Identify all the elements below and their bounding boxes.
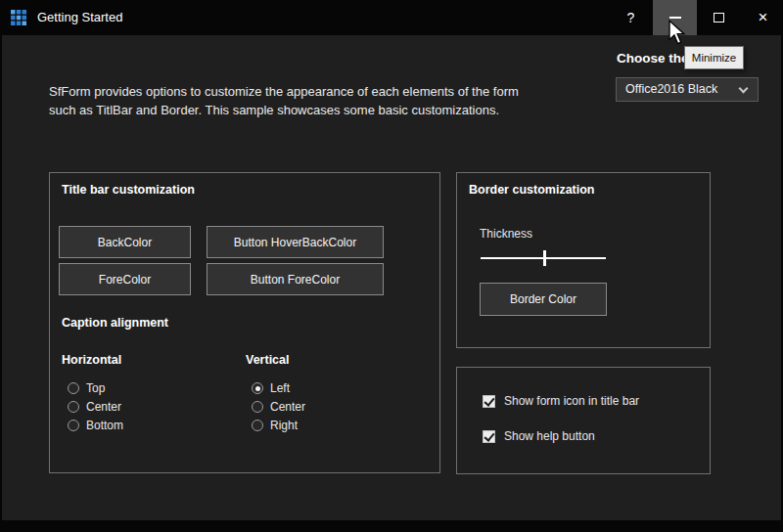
button-forecolor-button[interactable]: Button ForeColor	[207, 263, 384, 295]
theme-dropdown[interactable]: Office2016 Black	[616, 77, 759, 102]
radio-horizontal-center[interactable]: Center	[68, 400, 121, 414]
minimize-tooltip: Minimize	[684, 46, 744, 69]
forecolor-button[interactable]: ForeColor	[59, 263, 191, 295]
app-window: Getting Started ? × Choose theme Office2…	[0, 0, 783, 532]
minimize-icon	[669, 17, 681, 19]
caption-alignment-label: Caption alignment	[62, 316, 168, 330]
thickness-slider[interactable]	[481, 249, 606, 267]
close-icon: ×	[759, 8, 768, 27]
window-title: Getting Started	[37, 0, 122, 35]
radio-selected-icon	[252, 382, 263, 394]
backcolor-button[interactable]: BackColor	[59, 226, 191, 258]
radio-icon	[68, 420, 79, 431]
radio-icon	[68, 401, 79, 413]
show-form-icon-checkbox[interactable]: Show form icon in title bar	[483, 394, 639, 408]
title-bar[interactable]: Getting Started ? ×	[2, 0, 781, 35]
maximize-button[interactable]	[697, 0, 741, 35]
description-line-1: SfForm provides options to customize the…	[49, 82, 519, 101]
titlebar-customization-group: Title bar customization BackColor Button…	[49, 172, 440, 473]
description-text: SfForm provides options to customize the…	[49, 82, 519, 119]
checkbox-checked-icon	[483, 430, 495, 443]
horizontal-label: Horizontal	[62, 353, 121, 367]
slider-thumb[interactable]	[543, 250, 546, 266]
mouse-cursor-icon	[668, 20, 686, 50]
radio-icon	[252, 420, 263, 431]
group-title: Border customization	[469, 183, 595, 197]
radio-horizontal-bottom[interactable]: Bottom	[68, 419, 123, 432]
radio-vertical-right[interactable]: Right	[252, 419, 298, 432]
chevron-down-icon	[739, 84, 749, 94]
theme-selected-value: Office2016 Black	[625, 82, 717, 96]
thickness-label: Thickness	[480, 227, 532, 241]
description-line-2: such as TitlBar and Border. This sample …	[49, 101, 519, 119]
radio-icon	[68, 382, 79, 394]
radio-horizontal-top[interactable]: Top	[68, 381, 105, 395]
radio-vertical-left[interactable]: Left	[252, 381, 290, 395]
app-icon	[11, 10, 26, 25]
vertical-label: Vertical	[246, 353, 289, 367]
show-help-button-checkbox[interactable]: Show help button	[483, 429, 595, 443]
checkbox-checked-icon	[483, 395, 495, 408]
close-button[interactable]: ×	[741, 0, 783, 35]
button-hoverbackcolor-button[interactable]: Button HoverBackColor	[207, 226, 384, 258]
maximize-icon	[714, 13, 724, 22]
options-group: Show form icon in title bar Show help bu…	[456, 367, 711, 474]
help-button[interactable]: ?	[609, 0, 653, 35]
border-customization-group: Border customization Thickness Border Co…	[456, 172, 711, 348]
radio-vertical-center[interactable]: Center	[252, 400, 305, 414]
window-bottom-border	[2, 520, 781, 532]
group-title: Title bar customization	[62, 183, 195, 197]
border-color-button[interactable]: Border Color	[480, 283, 607, 316]
help-icon: ?	[627, 10, 635, 25]
radio-icon	[252, 401, 263, 413]
